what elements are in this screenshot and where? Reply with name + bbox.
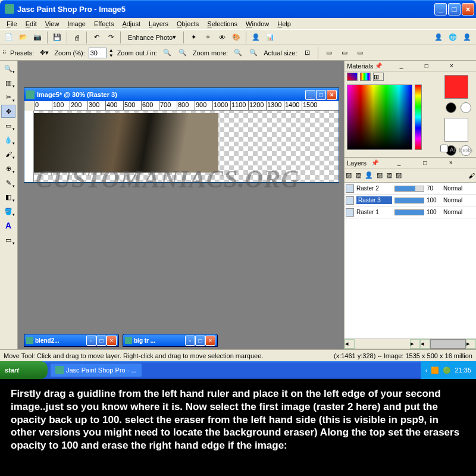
mindoc-close[interactable]: × (107, 336, 117, 346)
new-button[interactable]: 📄 (2, 31, 15, 44)
panel-max[interactable]: □ (423, 159, 446, 166)
layer-visibility-icon[interactable] (346, 208, 354, 217)
layer-blend-mode[interactable]: Normal (443, 185, 462, 192)
undo-button[interactable]: ↶ (90, 31, 103, 44)
mindoc-close[interactable]: × (205, 336, 215, 346)
background-swatch[interactable] (444, 118, 468, 142)
zoomout2-icon[interactable]: 🔍 (231, 46, 245, 60)
document-titlebar[interactable]: Image5* @ 30% (Raster 3) _ □ × (24, 88, 339, 101)
ruler-horizontal[interactable]: 0100200300400500600700800900100011001200… (34, 101, 339, 111)
layer-opacity-slider[interactable] (394, 209, 424, 215)
print-button[interactable]: 🖨 (70, 31, 83, 44)
open-button[interactable]: 📂 (17, 31, 30, 44)
panel-min[interactable]: _ (400, 62, 422, 69)
dropper-tool[interactable]: 💧▾ (1, 133, 15, 146)
layer-row[interactable]: Raster 1 100 Normal (345, 206, 476, 218)
menu-view[interactable]: View (41, 19, 64, 29)
user1-icon[interactable]: 👤 (432, 31, 445, 44)
color-picker[interactable] (347, 84, 412, 150)
foreground-swatch[interactable] (444, 75, 468, 99)
layer-name[interactable]: Raster 2 (356, 185, 392, 192)
layer-name[interactable]: Raster 3 (356, 196, 392, 204)
opts-icon[interactable]: ▨ (396, 171, 402, 179)
start-button[interactable]: start (0, 361, 48, 379)
menu-image[interactable]: Image (63, 19, 90, 29)
new-adjust-icon[interactable]: 👤 (365, 171, 373, 179)
brush-icon[interactable]: 🖌 (468, 172, 475, 179)
fill-tool[interactable]: 🪣▾ (1, 205, 15, 218)
redo-button[interactable]: ↷ (104, 31, 117, 44)
layer-visibility-icon[interactable] (346, 196, 354, 205)
panel-max[interactable]: □ (425, 62, 447, 69)
canvas[interactable] (34, 111, 339, 182)
del-layer-icon[interactable]: ▨ (386, 171, 392, 179)
close-button[interactable]: × (462, 3, 474, 15)
user2-icon[interactable]: 👤 (461, 31, 474, 44)
menu-edit[interactable]: Edit (21, 19, 41, 29)
tab-frame[interactable] (360, 73, 371, 81)
layer-blend-mode[interactable]: Normal (443, 197, 462, 203)
layer-name[interactable]: Raster 1 (356, 209, 392, 215)
minimized-doc-2[interactable]: big tr ... ▫ □ × (123, 334, 218, 347)
doc-maximize[interactable]: □ (316, 90, 326, 100)
text-tool[interactable]: A (1, 219, 15, 232)
zoomout-icon[interactable]: 🔍 (161, 46, 174, 60)
twain-button[interactable]: 📷 (31, 31, 44, 44)
tab-swatches[interactable]: ⊞ (373, 73, 384, 81)
eye-icon[interactable]: 👁 (215, 31, 228, 44)
new-layer-icon[interactable]: ▨ (346, 171, 352, 179)
zoom-spinner[interactable]: ▲▼ (109, 48, 114, 58)
new-mask-icon[interactable]: ▨ (355, 171, 361, 179)
dup-layer-icon[interactable]: ▨ (377, 171, 383, 179)
tab-rainbow[interactable] (347, 73, 358, 81)
menu-adjust[interactable]: Adjust (118, 19, 145, 29)
menu-help[interactable]: Help (273, 19, 295, 29)
crop-tool[interactable]: ✂▾ (1, 90, 15, 104)
zoomin-icon[interactable]: 🔍 (176, 46, 189, 60)
layer-blend-mode[interactable]: Normal (443, 209, 462, 215)
layer-row[interactable]: Raster 3 100 Normal (345, 195, 476, 206)
shape-tool[interactable]: ▭▾ (1, 233, 15, 246)
eraser-tool[interactable]: ◧▾ (1, 190, 15, 203)
win2-icon[interactable]: ▭ (338, 46, 351, 60)
tray-icon-2[interactable]: 🟢 (443, 367, 451, 374)
panel-min[interactable]: _ (397, 159, 421, 166)
layer-opacity-slider[interactable] (394, 186, 424, 192)
tray-arrow-icon[interactable]: ‹ (425, 367, 428, 374)
clone-tool[interactable]: ⊕▾ (1, 162, 15, 175)
layer-visibility-icon[interactable] (346, 184, 354, 193)
panel-close[interactable]: × (450, 62, 472, 69)
globe-icon[interactable]: 🌐 (446, 31, 459, 44)
doc-close[interactable]: × (327, 90, 337, 100)
mindoc-max[interactable]: □ (195, 336, 205, 346)
selection-tool[interactable]: ▭▾ (1, 119, 15, 132)
fg-style[interactable] (446, 102, 456, 113)
pin-icon[interactable]: 📌 (375, 62, 397, 69)
move-tool[interactable]: ✥ (1, 105, 15, 118)
zoomin2-icon[interactable]: 🔍 (247, 46, 260, 60)
minimize-button[interactable]: _ (434, 3, 447, 15)
handle-icon[interactable]: ⠿ (2, 50, 7, 56)
enhance-photo-button[interactable]: Enhance Photo ▾ (124, 31, 180, 44)
menu-file[interactable]: File (2, 19, 21, 29)
minimized-doc-1[interactable]: blend2... ▫ □ × (24, 334, 119, 347)
brush-tool[interactable]: 🖌▾ (1, 148, 15, 161)
palette-icon[interactable]: 🎨 (230, 31, 243, 44)
actualsize-icon[interactable]: ⊡ (300, 46, 314, 60)
tray-icon-1[interactable]: 🟧 (431, 367, 439, 374)
zoom-input[interactable] (89, 48, 107, 58)
hue-slider[interactable] (415, 84, 422, 150)
move-preset-icon[interactable]: ✥▾ (37, 46, 51, 60)
transparent-toggle[interactable] (461, 102, 471, 113)
person-icon[interactable]: 👤 (249, 31, 262, 44)
win1-icon[interactable]: ▭ (322, 46, 336, 60)
zoom-tool[interactable]: 🔍▾ (1, 62, 15, 75)
menu-window[interactable]: Window (242, 19, 273, 29)
win3-icon[interactable]: ▭ (353, 46, 367, 60)
layers-scrollbar[interactable]: ◂ ▸ ◂ ▸ (345, 339, 476, 349)
doc-minimize[interactable]: _ (305, 90, 315, 100)
retouch-tool[interactable]: ✎▾ (1, 176, 15, 189)
menu-effects[interactable]: Effects (90, 19, 118, 29)
taskbar-item[interactable]: Jasc Paint Shop Pro - ... (50, 363, 142, 377)
menu-selections[interactable]: Selections (203, 19, 242, 29)
